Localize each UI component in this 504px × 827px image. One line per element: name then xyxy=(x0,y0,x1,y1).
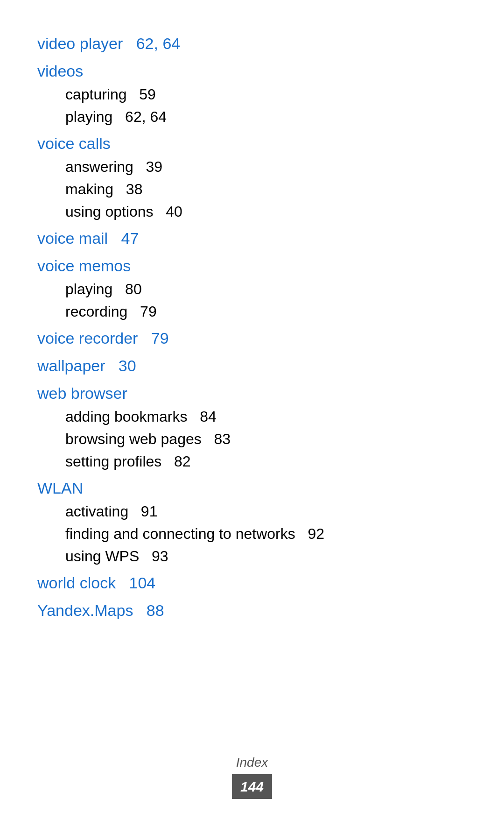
index-entry-voice-recorder: voice recorder 79 xyxy=(37,326,467,350)
sub-entry-web-browser: adding bookmarks 84 xyxy=(65,405,467,428)
index-entry-voice-calls: voice callsanswering 39making 38using op… xyxy=(37,132,467,223)
index-heading-wallpaper: wallpaper 30 xyxy=(37,354,467,378)
index-heading-world-clock: world clock 104 xyxy=(37,571,467,595)
index-entry-voice-memos: voice memosplaying 80recording 79 xyxy=(37,254,467,323)
index-heading-voice-mail: voice mail 47 xyxy=(37,226,467,250)
index-heading-voice-memos: voice memos xyxy=(37,254,467,278)
sub-entry-wlan: finding and connecting to networks 92 xyxy=(65,523,467,545)
sub-entry-videos: playing 62, 64 xyxy=(65,106,467,128)
footer-page-number: 144 xyxy=(232,774,272,799)
index-entry-wallpaper: wallpaper 30 xyxy=(37,354,467,378)
index-heading-wlan: WLAN xyxy=(37,476,467,500)
index-entry-web-browser: web browseradding bookmarks 84browsing w… xyxy=(37,382,467,473)
index-content: video player 62, 64videoscapturing 59pla… xyxy=(37,32,467,622)
sub-entry-wlan: activating 91 xyxy=(65,500,467,523)
sub-entry-wlan: using WPS 93 xyxy=(65,545,467,567)
sub-entry-voice-calls: making 38 xyxy=(65,178,467,200)
index-entry-video-player: video player 62, 64 xyxy=(37,32,467,56)
index-entry-world-clock: world clock 104 xyxy=(37,571,467,595)
index-heading-voice-calls: voice calls xyxy=(37,132,467,156)
index-entry-yandex-maps: Yandex.Maps 88 xyxy=(37,599,467,622)
index-entry-videos: videoscapturing 59playing 62, 64 xyxy=(37,59,467,128)
index-heading-videos: videos xyxy=(37,59,467,83)
footer-label: Index xyxy=(0,753,504,772)
sub-entry-voice-memos: recording 79 xyxy=(65,300,467,323)
sub-entry-voice-memos: playing 80 xyxy=(65,278,467,300)
sub-entry-videos: capturing 59 xyxy=(65,83,467,106)
index-heading-video-player: video player 62, 64 xyxy=(37,32,467,56)
index-entry-wlan: WLANactivating 91finding and connecting … xyxy=(37,476,467,567)
sub-entry-voice-calls: using options 40 xyxy=(65,200,467,223)
index-heading-voice-recorder: voice recorder 79 xyxy=(37,326,467,350)
index-heading-yandex-maps: Yandex.Maps 88 xyxy=(37,599,467,622)
sub-entry-web-browser: browsing web pages 83 xyxy=(65,428,467,450)
sub-entry-web-browser: setting profiles 82 xyxy=(65,450,467,473)
index-entry-voice-mail: voice mail 47 xyxy=(37,226,467,250)
index-heading-web-browser: web browser xyxy=(37,382,467,405)
footer: Index 144 xyxy=(0,753,504,799)
sub-entry-voice-calls: answering 39 xyxy=(65,156,467,178)
